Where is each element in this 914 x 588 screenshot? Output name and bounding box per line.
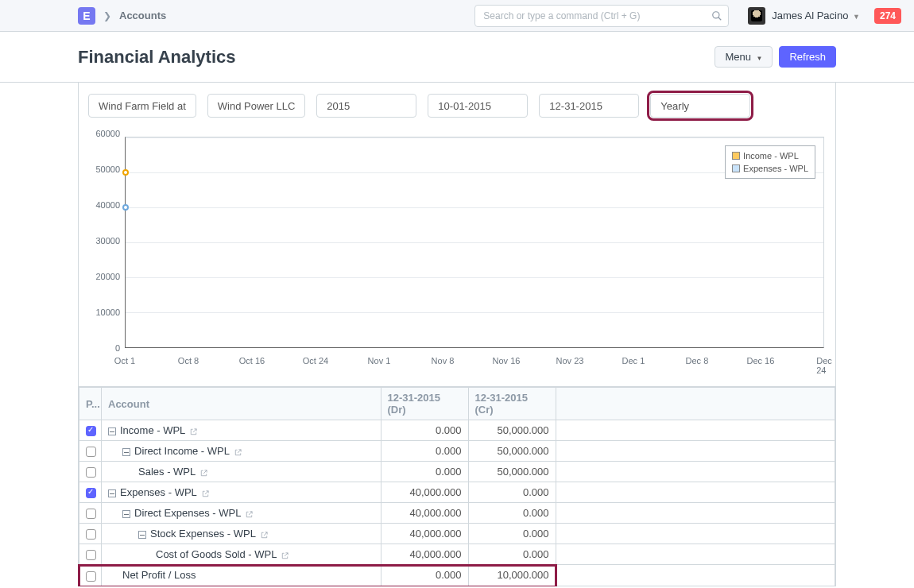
table-row: Direct Expenses - WPL40,000.0000.000 xyxy=(79,503,835,524)
chart: 0 10000 20000 30000 40000 50000 60000 In… xyxy=(79,129,835,378)
caret-down-icon: ▼ xyxy=(757,55,763,62)
external-link-icon[interactable] xyxy=(234,447,242,456)
plot-checkbox[interactable] xyxy=(86,426,96,436)
plot-checkbox[interactable] xyxy=(86,529,96,540)
avatar[interactable] xyxy=(748,7,765,25)
table-row: Sales - WPL0.00050,000.000 xyxy=(79,462,835,482)
plot-checkbox[interactable] xyxy=(86,571,96,582)
chart-x-axis: Oct 1 Oct 8 Oct 16 Oct 24 Nov 1 Nov 8 No… xyxy=(125,356,824,369)
caret-down-icon: ▼ xyxy=(853,13,860,21)
col-header-cr[interactable]: 12-31-2015 (Cr) xyxy=(468,388,556,420)
refresh-button[interactable]: Refresh xyxy=(779,46,836,68)
page-header: Financial Analytics Menu ▼ Refresh xyxy=(0,32,914,83)
filter-from-date[interactable]: 10-01-2015 xyxy=(428,94,528,118)
col-header-empty xyxy=(556,388,835,420)
menu-button[interactable]: Menu ▼ xyxy=(715,46,773,68)
plot-checkbox[interactable] xyxy=(86,447,96,457)
dr-value: 40,000.000 xyxy=(381,503,468,524)
user-menu[interactable]: James Al Pacino ▼ xyxy=(772,10,860,21)
account-label[interactable]: Cost of Goods Sold - WPL xyxy=(156,548,277,560)
dr-value: 40,000.000 xyxy=(381,544,468,565)
collapse-icon[interactable] xyxy=(108,489,116,497)
dr-value: 40,000.000 xyxy=(381,482,468,503)
col-header-account[interactable]: Account xyxy=(102,388,381,420)
search-icon xyxy=(711,10,722,21)
col-header-plot[interactable]: P... xyxy=(79,388,102,420)
table-row: Cost of Goods Sold - WPL40,000.0000.000 xyxy=(79,544,835,565)
account-label[interactable]: Net Profit / Loss xyxy=(122,569,196,581)
cr-value: 0.000 xyxy=(468,524,556,544)
table-header-row: P... Account 12-31-2015 (Dr) 12-31-2015 … xyxy=(79,388,835,420)
breadcrumb-accounts[interactable]: Accounts xyxy=(119,10,166,21)
col-header-dr[interactable]: 12-31-2015 (Dr) xyxy=(381,388,468,420)
external-link-icon[interactable] xyxy=(281,551,289,559)
collapse-icon[interactable] xyxy=(138,531,146,539)
search-input[interactable] xyxy=(474,5,729,27)
cr-value: 0.000 xyxy=(468,482,556,503)
search-wrap xyxy=(474,5,729,27)
table-row: Net Profit / Loss0.00010,000.000 xyxy=(79,565,835,586)
cr-value: 0.000 xyxy=(468,544,556,565)
account-label[interactable]: Direct Income - WPL xyxy=(134,445,230,457)
account-label[interactable]: Stock Expenses - WPL xyxy=(150,528,256,540)
plot-checkbox[interactable] xyxy=(86,550,96,560)
cr-value: 10,000.000 xyxy=(468,565,556,586)
content: Wind Farm Field at Wind Power LLC 2015 1… xyxy=(78,83,836,586)
svg-line-1 xyxy=(718,17,722,20)
legend-swatch-income xyxy=(732,152,740,160)
svg-point-0 xyxy=(713,11,719,17)
external-link-icon[interactable] xyxy=(245,509,254,518)
plot-checkbox[interactable] xyxy=(86,509,96,519)
table-row: Direct Income - WPL0.00050,000.000 xyxy=(79,441,835,462)
chevron-right-icon: ❯ xyxy=(103,10,111,21)
filter-company[interactable]: Wind Power LLC xyxy=(207,94,306,118)
table-row: Stock Expenses - WPL40,000.0000.000 xyxy=(79,524,835,544)
account-label[interactable]: Sales - WPL xyxy=(138,466,196,478)
page-title: Financial Analytics xyxy=(78,47,235,68)
dr-value: 0.000 xyxy=(381,441,468,462)
cr-value: 50,000.000 xyxy=(468,441,556,462)
topbar: E ❯ Accounts James Al Pacino ▼ 274 xyxy=(0,0,914,32)
filter-bar: Wind Farm Field at Wind Power LLC 2015 1… xyxy=(79,83,835,129)
notification-badge[interactable]: 274 xyxy=(874,8,901,24)
dr-value: 0.000 xyxy=(381,565,468,586)
chart-point-income[interactable] xyxy=(122,169,129,176)
external-link-icon[interactable] xyxy=(260,530,269,539)
account-label[interactable]: Income - WPL xyxy=(120,424,185,436)
user-area: James Al Pacino ▼ 274 xyxy=(748,7,901,25)
account-label[interactable]: Direct Expenses - WPL xyxy=(134,507,241,519)
cr-value: 50,000.000 xyxy=(468,462,556,482)
collapse-icon[interactable] xyxy=(108,427,116,435)
filter-to-date[interactable]: 12-31-2015 xyxy=(539,94,639,118)
account-label[interactable]: Expenses - WPL xyxy=(120,486,197,498)
legend-swatch-expenses xyxy=(732,164,740,172)
data-table: P... Account 12-31-2015 (Dr) 12-31-2015 … xyxy=(79,386,835,586)
filter-range[interactable]: Yearly xyxy=(650,94,750,118)
external-link-icon[interactable] xyxy=(189,427,198,435)
chart-point-expenses[interactable] xyxy=(122,204,129,211)
chart-plot-area: Income - WPL Expenses - WPL xyxy=(125,137,824,348)
dr-value: 0.000 xyxy=(381,420,468,441)
chart-legend: Income - WPL Expenses - WPL xyxy=(725,145,815,179)
plot-checkbox[interactable] xyxy=(86,488,96,498)
chart-y-axis: 0 10000 20000 30000 40000 50000 60000 xyxy=(88,133,125,348)
dr-value: 0.000 xyxy=(381,462,468,482)
filter-fiscal-year[interactable]: 2015 xyxy=(316,94,416,118)
table-row: Income - WPL0.00050,000.000 xyxy=(79,420,835,441)
logo-icon[interactable]: E xyxy=(78,7,95,25)
external-link-icon[interactable] xyxy=(201,489,210,497)
collapse-icon[interactable] xyxy=(122,448,130,456)
cr-value: 0.000 xyxy=(468,503,556,524)
cr-value: 50,000.000 xyxy=(468,420,556,441)
collapse-icon[interactable] xyxy=(122,510,130,518)
plot-checkbox[interactable] xyxy=(86,467,96,478)
dr-value: 40,000.000 xyxy=(381,524,468,544)
external-link-icon[interactable] xyxy=(199,468,208,477)
filter-project[interactable]: Wind Farm Field at xyxy=(88,94,196,118)
table-row: Expenses - WPL40,000.0000.000 xyxy=(79,482,835,503)
